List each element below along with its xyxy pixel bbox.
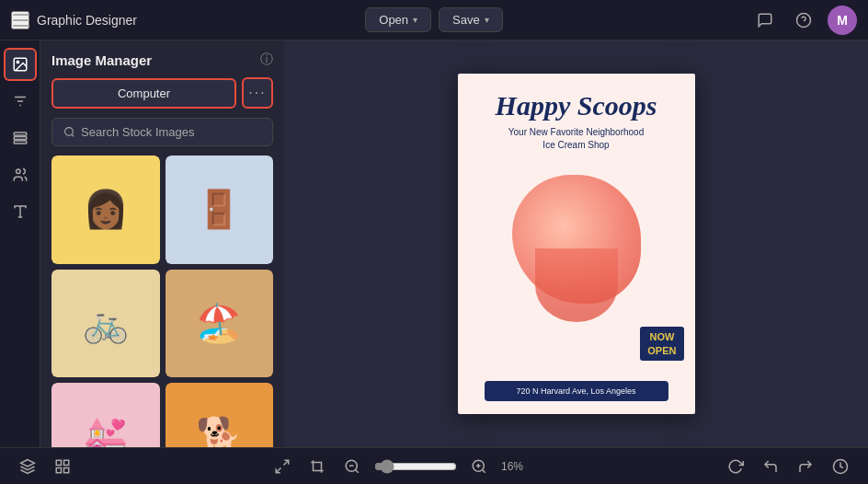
svg-rect-6 [14,133,27,135]
grid-toggle-button[interactable] [50,454,75,479]
main-area: Image Manager ⓘ Computer ··· Search Stoc… [0,40,868,447]
design-canvas[interactable]: Happy Scoops Your New Favorite Neighborh… [458,74,695,414]
address-bar: 720 N Harvard Ave, Los Angeles [485,381,668,401]
ice-cream-drip [535,248,618,322]
bottom-center-tools: 16% [269,454,529,479]
help-button[interactable] [789,6,818,35]
image-thumb-man-beach[interactable]: 🏖️ [166,270,274,378]
topbar-left: Graphic Designer [11,11,358,29]
bottom-left-tools [15,454,75,479]
sidebar-text-button[interactable] [4,195,37,228]
save-chevron-icon: ▾ [485,15,489,25]
panel-header: Image Manager ⓘ [51,52,273,68]
topbar: Graphic Designer Open ▾ Save ▾ M [0,0,868,40]
svg-point-9 [16,169,20,174]
image-grid: 👩🏾🚪🚲🏖️💒🐕 [51,156,273,447]
svg-rect-17 [56,467,61,472]
search-icon [63,126,75,138]
save-button[interactable]: Save ▾ [439,7,503,32]
sidebar-filters-button[interactable] [4,85,37,118]
svg-rect-15 [56,460,61,465]
sidebar-images-button[interactable] [4,48,37,81]
image-thumb-bicycle-illustration[interactable]: 🚲 [51,270,160,378]
image-thumb-wedding-couple[interactable]: 💒 [51,383,160,447]
chat-button[interactable] [750,6,780,35]
fit-screen-button[interactable] [269,454,295,479]
zoom-out-button[interactable] [339,454,365,479]
svg-rect-18 [64,467,69,472]
image-thumb-shiba-dog[interactable]: 🐕 [166,383,274,447]
svg-line-22 [355,469,358,472]
svg-line-19 [284,460,289,465]
svg-rect-7 [14,137,27,140]
image-thumb-colorful-doors[interactable]: 🚪 [166,156,274,264]
avatar[interactable]: M [828,6,857,35]
card-title: Happy Scoops [496,90,657,121]
svg-point-2 [17,61,18,63]
zoom-slider[interactable] [374,459,457,474]
open-chevron-icon: ▾ [413,15,417,25]
image-thumb-portrait-woman[interactable]: 👩🏾 [51,156,160,264]
sidebar-people-button[interactable] [4,158,37,191]
card-subtitle: Your New Favorite Neighborhood Ice Cream… [508,126,645,152]
open-button[interactable]: Open ▾ [365,7,431,32]
icon-sidebar [0,40,40,447]
canvas-area: Happy Scoops Your New Favorite Neighborh… [284,40,868,447]
bottom-toolbar: 16% [0,447,868,484]
panel-title: Image Manager [51,52,152,68]
zoom-label: 16% [501,460,529,473]
more-options-button[interactable]: ··· [242,77,273,109]
canvas-wrapper: Happy Scoops Your New Favorite Neighborh… [458,74,695,414]
svg-point-12 [65,128,74,136]
computer-upload-button[interactable]: Computer [51,78,236,109]
history-button[interactable] [828,454,853,479]
app-title: Graphic Designer [37,13,137,28]
svg-marker-14 [21,459,35,467]
info-icon[interactable]: ⓘ [260,52,273,68]
bottom-right-tools [723,454,853,479]
crop-button[interactable] [304,454,330,479]
refresh-button[interactable] [723,454,748,479]
image-manager-panel: Image Manager ⓘ Computer ··· Search Stoc… [40,40,284,447]
redo-button[interactable] [793,454,818,479]
svg-line-20 [276,467,280,472]
upload-row: Computer ··· [51,77,273,109]
zoom-in-button[interactable] [466,454,492,479]
svg-rect-8 [14,141,27,144]
ice-cream-visual [498,166,655,340]
now-open-badge: NOW OPEN [640,327,683,361]
svg-line-13 [72,134,74,136]
svg-line-25 [482,469,485,472]
undo-button[interactable] [758,454,783,479]
svg-rect-16 [64,460,69,465]
search-stock-button[interactable]: Search Stock Images [51,118,273,146]
zoom-slider-row [374,459,457,474]
topbar-center: Open ▾ Save ▾ [365,7,502,32]
layers-toggle-button[interactable] [15,454,40,479]
menu-button[interactable] [11,11,29,29]
sidebar-layers-button[interactable] [4,121,37,155]
topbar-right: M [510,6,857,35]
